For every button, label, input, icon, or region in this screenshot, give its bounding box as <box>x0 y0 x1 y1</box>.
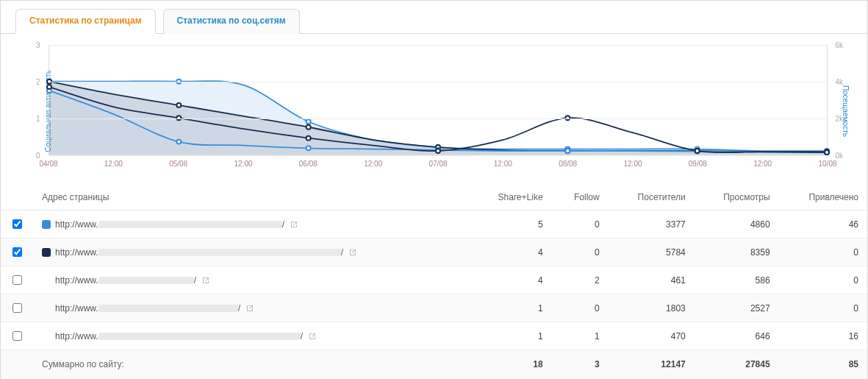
url-text: http://www. <box>55 275 98 286</box>
cell-share_like: 4 <box>470 238 552 266</box>
cell-views: 4860 <box>695 210 779 238</box>
cell-share_like: 1 <box>470 322 552 350</box>
external-link-icon[interactable] <box>307 332 316 341</box>
point-page-1-visits <box>176 140 181 144</box>
external-link-icon[interactable] <box>289 220 298 229</box>
cell-views: 8359 <box>695 238 779 266</box>
url-slash: / <box>282 219 284 230</box>
url-text: http://www. <box>55 303 98 314</box>
url-text: http://www. <box>55 219 98 230</box>
summary-follow: 3 <box>552 350 609 380</box>
cell-share_like: 4 <box>470 266 552 294</box>
cell-views: 586 <box>695 266 779 294</box>
col-follow: Follow <box>552 185 609 210</box>
point-page-1-social <box>306 119 311 124</box>
cell-visitors: 470 <box>609 322 695 350</box>
y-left-tick: 2 <box>36 78 40 86</box>
table-row: http://www./503377486046 <box>1 210 867 238</box>
x-tick: 12:00 <box>104 160 123 168</box>
stats-panel: Статистика по страницам Статистика по со… <box>0 0 868 379</box>
x-tick: 12:00 <box>623 160 642 168</box>
table-row: http://www./1147064616 <box>1 322 867 350</box>
url-slash: / <box>301 331 303 341</box>
point-page-2-visits <box>47 85 51 89</box>
point-page-2-visits <box>695 149 700 153</box>
summary-row: Суммарно по сайту:183121472784585 <box>1 350 867 380</box>
y-right-tick: 2k <box>835 115 843 123</box>
url-slash: / <box>194 275 196 286</box>
point-page-2-visits <box>825 150 829 155</box>
summary-attracted: 85 <box>779 350 867 380</box>
row-checkbox[interactable] <box>12 219 22 229</box>
x-tick: 12:00 <box>494 160 512 168</box>
col-views: Просмотры <box>695 185 779 210</box>
cell-attracted: 0 <box>779 266 867 294</box>
y-left-tick: 0 <box>36 152 40 160</box>
point-page-2-visits <box>436 149 440 153</box>
external-link-icon[interactable] <box>348 248 356 257</box>
cell-follow: 0 <box>552 210 609 238</box>
col-checkbox <box>1 185 33 210</box>
summary-sharelike: 18 <box>470 350 552 380</box>
table-header-row: Адрес страницы Share+Like Follow Посетит… <box>1 185 867 210</box>
cell-views: 2527 <box>695 294 779 322</box>
point-page-2-social <box>176 103 181 107</box>
col-visitors: Посетители <box>609 185 695 210</box>
table-row: http://www./10180325270 <box>1 294 867 322</box>
row-checkbox[interactable] <box>12 275 22 285</box>
url-redacted <box>98 333 301 340</box>
cell-address: http://www./ <box>33 266 470 294</box>
point-page-1-visits <box>565 149 570 153</box>
x-tick: 04/08 <box>39 160 57 168</box>
x-tick: 07/08 <box>428 160 447 168</box>
chart-svg <box>49 45 827 155</box>
stats-table: Адрес страницы Share+Like Follow Посетит… <box>1 185 867 379</box>
cell-visitors: 5784 <box>609 238 695 266</box>
url-redacted <box>98 305 238 312</box>
cell-visitors: 3377 <box>609 210 695 238</box>
y-left-tick: 1 <box>36 115 40 123</box>
tabs: Статистика по страницам Статистика по со… <box>1 1 867 34</box>
table-row: http://www./40578483590 <box>1 238 867 266</box>
summary-label: Суммарно по сайту: <box>33 350 470 380</box>
x-tick: 05/08 <box>169 160 187 168</box>
row-checkbox[interactable] <box>12 331 22 341</box>
cell-attracted: 0 <box>779 294 867 322</box>
y-right-tick: 6k <box>835 41 843 49</box>
row-checkbox[interactable] <box>12 247 22 257</box>
external-link-icon[interactable] <box>201 276 209 285</box>
y-left-tick: 3 <box>36 41 40 49</box>
x-tick: 12:00 <box>364 160 382 168</box>
col-sharelike: Share+Like <box>470 185 552 210</box>
chart: Социальная активность Посещаемость 01230… <box>34 45 845 177</box>
cell-visitors: 461 <box>609 266 695 294</box>
table-row: http://www./424615860 <box>1 266 867 294</box>
external-link-icon[interactable] <box>245 304 254 313</box>
col-attracted: Привлечено <box>779 185 867 210</box>
x-tick: 12:00 <box>753 160 772 168</box>
cell-views: 646 <box>695 322 779 350</box>
x-axis: 04/0812:0005/0812:0006/0812:0007/0812:00… <box>49 157 828 171</box>
x-tick: 09/08 <box>689 160 707 168</box>
plot-area: 01230k2k4k6k <box>49 45 828 155</box>
point-page-2-social <box>306 125 311 130</box>
url-text: http://www. <box>55 331 98 341</box>
tab-social[interactable]: Статистика по соц.сетям <box>163 9 300 34</box>
col-address: Адрес страницы <box>33 185 470 210</box>
url-slash: / <box>238 303 240 314</box>
cell-attracted: 16 <box>779 322 867 350</box>
point-page-1-visits <box>306 146 311 150</box>
cell-follow: 1 <box>552 322 609 350</box>
series-swatch-icon <box>42 220 51 229</box>
summary-visitors: 12147 <box>609 350 695 380</box>
cell-share_like: 1 <box>470 294 552 322</box>
cell-attracted: 0 <box>779 238 867 266</box>
y-right-tick: 4k <box>835 78 843 86</box>
cell-share_like: 5 <box>470 210 552 238</box>
url-text: http://www. <box>55 247 98 258</box>
row-checkbox[interactable] <box>12 303 22 313</box>
x-tick: 12:00 <box>234 160 252 168</box>
cell-address: http://www./ <box>33 294 470 322</box>
x-tick: 06/08 <box>299 160 318 168</box>
tab-pages[interactable]: Статистика по страницам <box>15 9 156 34</box>
